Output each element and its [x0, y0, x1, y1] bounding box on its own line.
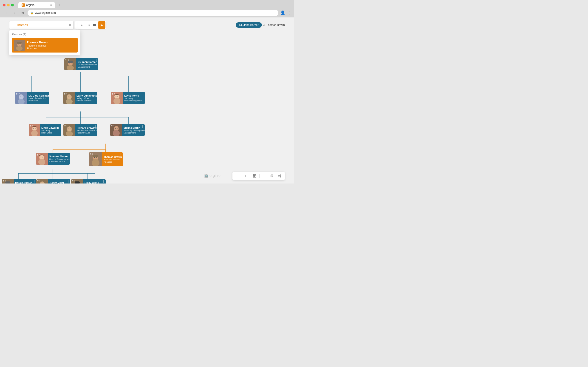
- node-thomas-brown[interactable]: 6 Thomas Brown Head of Finances Finances: [89, 152, 123, 166]
- node-larry-cunningham[interactable]: 8 Larry Cunningham Safety Officer Intern…: [63, 92, 97, 104]
- fit-view-btn[interactable]: [251, 173, 258, 179]
- browser-menu-icon[interactable]: ⋮: [287, 10, 291, 15]
- back-button[interactable]: ‹: [3, 10, 9, 16]
- svg-rect-10: [17, 42, 22, 44]
- svg-point-84: [68, 129, 69, 129]
- richard-menu-icon[interactable]: ⋮: [94, 125, 97, 128]
- search-input[interactable]: [16, 23, 48, 27]
- svg-rect-107: [93, 155, 98, 157]
- larry-count: 8: [64, 93, 67, 95]
- summer-menu-icon[interactable]: ⋮: [66, 153, 69, 157]
- search-result-item[interactable]: Thomas Brown Head of Finances Finances: [12, 38, 78, 52]
- linda-count: 5: [30, 125, 33, 127]
- secure-icon: 🔒: [30, 11, 34, 15]
- node-henry-miller[interactable]: 1 Henry Miller Consultant Customer servi…: [36, 179, 70, 184]
- share-btn[interactable]: [277, 173, 283, 179]
- gary-menu-icon[interactable]: ⋮: [46, 93, 48, 96]
- undo-btn[interactable]: ↩: [79, 22, 85, 28]
- node-layla-norris[interactable]: 1 Layla Norris Secretary Office Manageme…: [111, 92, 145, 104]
- svg-rect-131: [253, 175, 254, 176]
- breadcrumb-current: Thomas Brown: [266, 23, 285, 27]
- search-container: ⋮ ✕ Persons (1): [9, 21, 73, 29]
- svg-point-72: [30, 125, 31, 126]
- linda-menu-icon[interactable]: ⋮: [58, 125, 61, 128]
- minimize-window-btn[interactable]: [7, 4, 10, 6]
- svg-point-63: [68, 97, 69, 97]
- undo-redo-controls: ↩ ↪: [78, 21, 93, 29]
- svg-point-43: [65, 59, 67, 60]
- redo-btn[interactable]: ↪: [86, 22, 92, 28]
- svg-point-116: [37, 180, 39, 181]
- node-harold-parker[interactable]: 1 Harold Parker Customer Service Represe…: [2, 179, 36, 184]
- svg-point-100: [90, 153, 91, 154]
- breadcrumb-separator: «: [263, 23, 265, 27]
- node-gary-coleman[interactable]: 18 Dr. Gary Coleman Head of Production P…: [15, 92, 49, 104]
- svg-line-145: [279, 176, 280, 177]
- browser-chrome: orginio ✕ + ‹ › ↻ 🔒 www.orginio.com 👤 ⋮: [0, 0, 294, 17]
- svg-rect-139: [271, 175, 273, 175]
- address-bar[interactable]: 🔒 www.orginio.com: [27, 10, 278, 16]
- svg-rect-135: [263, 175, 266, 175]
- breadcrumb-chip[interactable]: Dr. John Barber: [236, 22, 262, 28]
- john-expand-down[interactable]: ▼: [80, 69, 83, 70]
- profile-icon[interactable]: 👤: [280, 10, 285, 15]
- john-count: 42: [65, 59, 69, 61]
- harold-menu-icon[interactable]: ⋮: [33, 180, 36, 183]
- larry-menu-icon[interactable]: ⋮: [94, 93, 96, 96]
- ricky-menu-icon[interactable]: ⋮: [102, 180, 105, 183]
- zoom-out-btn[interactable]: −: [234, 173, 241, 179]
- browser-tab[interactable]: orginio ✕: [18, 2, 55, 8]
- tab-favicon: [22, 3, 25, 7]
- svg-point-86: [111, 125, 112, 126]
- svg-rect-134: [255, 176, 256, 177]
- search-box: ⋮ ✕: [9, 21, 73, 29]
- svg-rect-128: [75, 181, 80, 184]
- svg-point-105: [94, 157, 95, 158]
- node-summer-moore[interactable]: 5 Summer Moore Head of Customer service …: [36, 153, 70, 165]
- thomas-expand-up[interactable]: ▲: [104, 152, 107, 153]
- node-linda-edwards[interactable]: 5 Linda Edwards Secretary Back Office ⋮: [29, 124, 61, 136]
- svg-point-50: [71, 63, 72, 64]
- thomas-menu-icon[interactable]: ⋮: [120, 153, 122, 156]
- svg-rect-136: [263, 176, 266, 176]
- summer-expand-down[interactable]: ▼: [52, 164, 54, 165]
- maximize-window-btn[interactable]: [11, 4, 14, 6]
- node-sienna-martin[interactable]: 1 Sienna Martin Secretary of Mangement M…: [110, 124, 145, 136]
- svg-point-79: [65, 125, 66, 126]
- john-menu-icon[interactable]: ⋮: [95, 59, 98, 62]
- john-expand-up[interactable]: ▲: [80, 58, 83, 59]
- svg-point-49: [69, 63, 70, 64]
- node-richard-brewster[interactable]: 4 Richard Brewster Head of Hardware & IT…: [63, 124, 97, 136]
- gary-expand-down[interactable]: ▼: [31, 103, 34, 104]
- svg-point-7: [16, 46, 23, 51]
- sienna-count: 1: [111, 125, 114, 127]
- henry-menu-icon[interactable]: ⋮: [67, 180, 69, 183]
- node-ricky-white[interactable]: 1 Ricky White Apprentice Customer Servic…: [71, 179, 106, 184]
- list-layout-btn[interactable]: [261, 173, 267, 179]
- sienna-menu-icon[interactable]: ⋮: [141, 125, 144, 128]
- svg-point-54: [19, 95, 23, 99]
- thomas-avatar-search: [14, 40, 25, 51]
- search-result-dept: Finances: [27, 47, 48, 50]
- zoom-in-btn[interactable]: +: [242, 173, 249, 179]
- layla-menu-icon[interactable]: ⋮: [141, 93, 144, 96]
- larry-expand-down[interactable]: ▼: [79, 103, 82, 104]
- print-btn[interactable]: [269, 173, 275, 179]
- tab-close-btn[interactable]: ✕: [50, 4, 52, 6]
- svg-point-141: [280, 175, 281, 175]
- new-tab-btn[interactable]: +: [56, 2, 62, 8]
- henry-count: 1: [37, 180, 40, 182]
- svg-point-98: [41, 157, 41, 158]
- reload-button[interactable]: ↻: [19, 10, 26, 16]
- close-window-btn[interactable]: [3, 4, 6, 6]
- controls-divider-1: [250, 174, 250, 178]
- play-btn[interactable]: ▶: [98, 21, 105, 29]
- forward-button[interactable]: ›: [11, 10, 17, 16]
- richard-expand-down[interactable]: ▼: [79, 135, 82, 136]
- browser-toolbar: ‹ › ↻ 🔒 www.orginio.com 👤 ⋮: [0, 8, 294, 17]
- svg-rect-21: [94, 25, 96, 26]
- search-clear-btn[interactable]: ✕: [69, 23, 71, 27]
- search-menu-icon[interactable]: ⋮: [11, 23, 15, 27]
- svg-point-70: [116, 96, 116, 97]
- node-john-barber[interactable]: 42 Dr. John Barber Management Partner Ma…: [64, 58, 98, 70]
